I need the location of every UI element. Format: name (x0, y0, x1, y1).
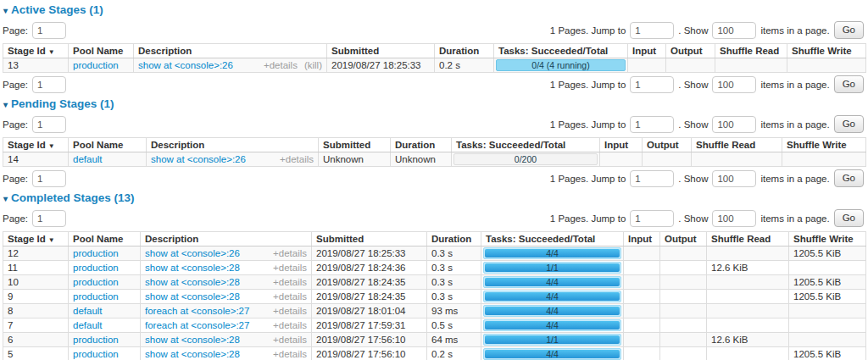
col-header-output[interactable]: Output (660, 232, 707, 246)
col-header-output[interactable]: Output (643, 138, 692, 152)
output-cell (660, 275, 707, 290)
col-header-stage_id[interactable]: Stage Id▼ (3, 138, 69, 152)
description-link[interactable]: show at <console>:26 (138, 60, 233, 70)
col-header-description[interactable]: Description (134, 44, 327, 58)
description-link[interactable]: show at <console>:28 (145, 277, 240, 287)
description-cell: foreach at <console>:27+details (141, 304, 312, 318)
col-header-duration[interactable]: Duration (435, 44, 494, 58)
tasks-progress-label: 4/4 (546, 320, 559, 330)
stage-id-cell: 10 (3, 275, 69, 290)
pool-link[interactable]: production (73, 263, 119, 273)
show-count-input[interactable] (712, 116, 756, 133)
col-header-pool[interactable]: Pool Name (69, 44, 134, 58)
go-button[interactable]: Go (834, 209, 864, 227)
show-count-input[interactable] (712, 210, 756, 227)
page-input[interactable] (32, 76, 66, 93)
page-input[interactable] (32, 170, 66, 187)
col-header-description[interactable]: Description (147, 138, 319, 152)
col-header-output[interactable]: Output (666, 44, 715, 58)
kill-link[interactable]: (kill) (304, 60, 322, 70)
details-toggle[interactable]: +details (273, 335, 307, 345)
col-header-duration[interactable]: Duration (391, 138, 452, 152)
section-title-label: Active Stages (1) (11, 3, 103, 16)
col-header-shuffle_write[interactable]: Shuffle Write (789, 232, 866, 246)
jump-to-input[interactable] (630, 76, 674, 93)
details-toggle[interactable]: +details (273, 306, 307, 316)
page-label: Page: (3, 119, 28, 130)
sort-desc-icon: ▼ (48, 48, 55, 56)
pool-link[interactable]: default (73, 306, 103, 316)
pool-link[interactable]: production (73, 335, 119, 345)
col-header-shuffle_read[interactable]: Shuffle Read (692, 138, 782, 152)
details-toggle[interactable]: +details (264, 60, 298, 70)
details-toggle[interactable]: +details (273, 349, 307, 359)
stage-row: 8defaultforeach at <console>:27+details2… (3, 304, 866, 318)
col-header-stage_id[interactable]: Stage Id▼ (3, 232, 69, 246)
shuffle-read-cell (715, 58, 787, 73)
section-title-pending[interactable]: ▾Pending Stages (1) (3, 97, 865, 112)
details-toggle[interactable]: +details (273, 291, 307, 302)
pool-link[interactable]: production (73, 248, 119, 258)
details-toggle[interactable]: +details (273, 263, 307, 273)
col-header-label: Tasks: Succeeded/Total (486, 234, 595, 244)
section-title-completed[interactable]: ▾Completed Stages (13) (3, 191, 865, 206)
page-input[interactable] (32, 22, 66, 39)
jump-to-input[interactable] (630, 22, 674, 39)
col-header-pool[interactable]: Pool Name (69, 232, 141, 246)
go-button[interactable]: Go (834, 75, 864, 93)
description-link[interactable]: show at <console>:28 (145, 263, 240, 273)
pool-link[interactable]: production (73, 291, 119, 302)
description-link[interactable]: show at <console>:26 (145, 248, 240, 258)
jump-to-input[interactable] (630, 116, 674, 133)
col-header-submitted[interactable]: Submitted (312, 232, 427, 246)
description-link[interactable]: foreach at <console>:27 (145, 320, 249, 330)
pool-link[interactable]: default (73, 154, 103, 164)
jump-to-input[interactable] (630, 210, 674, 227)
pool-link[interactable]: production (73, 60, 119, 70)
pool-link[interactable]: production (73, 349, 119, 359)
col-header-description[interactable]: Description (141, 232, 312, 246)
col-header-shuffle_read[interactable]: Shuffle Read (707, 232, 789, 246)
col-header-input[interactable]: Input (600, 138, 643, 152)
col-header-pool[interactable]: Pool Name (69, 138, 147, 152)
description-link[interactable]: show at <console>:26 (151, 154, 246, 164)
details-toggle[interactable]: +details (273, 320, 307, 330)
output-cell (660, 290, 707, 304)
details-toggle[interactable]: +details (280, 154, 314, 164)
show-count-input[interactable] (712, 170, 756, 187)
pool-name-cell: production (69, 275, 141, 290)
description-link[interactable]: show at <console>:28 (145, 291, 240, 302)
col-header-submitted[interactable]: Submitted (327, 44, 435, 58)
section-title-active[interactable]: ▾Active Stages (1) (3, 3, 865, 18)
details-toggle[interactable]: +details (273, 248, 307, 258)
go-button[interactable]: Go (834, 21, 864, 39)
col-header-tasks[interactable]: Tasks: Succeeded/Total (481, 232, 624, 246)
go-button[interactable]: Go (834, 169, 864, 187)
pool-link[interactable]: production (73, 277, 119, 287)
col-header-tasks[interactable]: Tasks: Succeeded/Total (494, 44, 628, 58)
description-link[interactable]: foreach at <console>:27 (145, 306, 249, 316)
details-toggle[interactable]: +details (273, 277, 307, 287)
col-header-input[interactable]: Input (628, 44, 666, 58)
page-input[interactable] (32, 116, 66, 133)
duration-cell: 0.2 s (427, 347, 481, 360)
pool-name-cell: default (69, 152, 147, 167)
submitted-cell: 2019/08/27 18:25:33 (312, 246, 427, 261)
jump-to-input[interactable] (630, 170, 674, 187)
col-header-submitted[interactable]: Submitted (319, 138, 391, 152)
description-link[interactable]: show at <console>:28 (145, 335, 240, 345)
col-header-shuffle_read[interactable]: Shuffle Read (715, 44, 787, 58)
col-header-tasks[interactable]: Tasks: Succeeded/Total (452, 138, 600, 152)
col-header-shuffle_write[interactable]: Shuffle Write (787, 44, 866, 58)
pool-link[interactable]: default (73, 320, 103, 330)
col-header-stage_id[interactable]: Stage Id▼ (3, 44, 69, 58)
show-count-input[interactable] (712, 22, 756, 39)
description-link[interactable]: show at <console>:28 (145, 349, 240, 359)
col-header-duration[interactable]: Duration (427, 232, 481, 246)
show-count-input[interactable] (712, 76, 756, 93)
go-button[interactable]: Go (834, 115, 864, 133)
col-header-label: Submitted (323, 140, 370, 150)
col-header-shuffle_write[interactable]: Shuffle Write (782, 138, 866, 152)
col-header-input[interactable]: Input (624, 232, 660, 246)
page-input[interactable] (32, 210, 66, 227)
